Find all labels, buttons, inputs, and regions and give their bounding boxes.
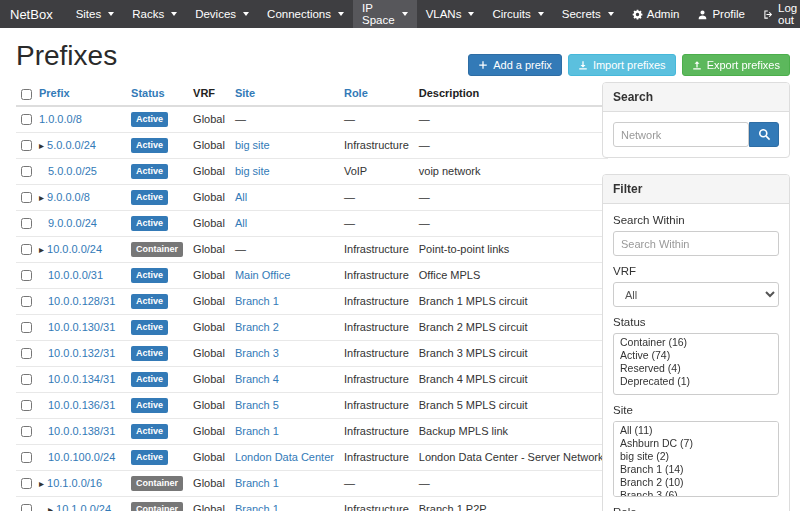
prefix-link[interactable]: 10.0.0.130/31	[48, 321, 115, 333]
nav-item-log-out[interactable]: Log out	[754, 0, 800, 28]
site-link[interactable]: All	[235, 217, 247, 229]
row-checkbox[interactable]	[21, 400, 32, 411]
site-option[interactable]: Branch 3 (6)	[614, 489, 778, 497]
site-listbox[interactable]: All (11)Ashburn DC (7)big site (2)Branch…	[613, 421, 779, 497]
import-icon	[578, 60, 588, 70]
expand-arrow-icon: ▸	[39, 192, 44, 203]
prefix-link[interactable]: 10.0.0.134/31	[48, 373, 115, 385]
nav-item-circuits[interactable]: Circuits	[483, 0, 552, 28]
site-link[interactable]: Branch 4	[235, 373, 279, 385]
row-checkbox[interactable]	[21, 244, 32, 255]
nav-item-connections[interactable]: Connections	[258, 0, 353, 28]
site-option[interactable]: Ashburn DC (7)	[614, 437, 778, 450]
export-prefixes-button[interactable]: Export prefixes	[682, 54, 790, 76]
search-within-input[interactable]	[613, 231, 779, 256]
import-prefixes-button[interactable]: Import prefixes	[568, 54, 676, 76]
nav-item-vlans[interactable]: VLANs	[417, 0, 484, 28]
prefix-link[interactable]: 10.0.0.128/31	[48, 295, 115, 307]
row-checkbox[interactable]	[21, 452, 32, 463]
role-cell: Infrastructure	[339, 314, 414, 340]
row-checkbox[interactable]	[21, 166, 32, 177]
prefix-link[interactable]: 10.1.0.0/24	[56, 503, 111, 511]
status-option[interactable]: Container (16)	[614, 336, 778, 349]
row-checkbox[interactable]	[21, 140, 32, 151]
row-checkbox[interactable]	[21, 504, 32, 511]
column-header-status[interactable]: Status	[126, 82, 188, 106]
nav-item-profile[interactable]: Profile	[688, 0, 754, 28]
row-checkbox[interactable]	[21, 218, 32, 229]
search-within-label: Search Within	[613, 214, 779, 226]
nav-item-racks[interactable]: Racks	[123, 0, 186, 28]
row-checkbox[interactable]	[21, 322, 32, 333]
select-all-checkbox[interactable]	[21, 89, 32, 100]
row-checkbox[interactable]	[21, 374, 32, 385]
logout-icon	[763, 9, 774, 20]
add-a-prefix-button[interactable]: Add a prefix	[468, 54, 562, 76]
site-link[interactable]: Branch 3	[235, 347, 279, 359]
role-cell: Infrastructure	[339, 132, 414, 158]
description-cell: Branch 5 MPLS circuit	[414, 392, 609, 418]
row-checkbox[interactable]	[21, 478, 32, 489]
site-link[interactable]: Main Office	[235, 269, 290, 281]
chevron-down-icon	[338, 12, 344, 16]
prefix-link[interactable]: 9.0.0.0/8	[47, 191, 90, 203]
site-link[interactable]: All	[235, 191, 247, 203]
table-row: ▸10.1.0.0/16ContainerGlobalBranch 1——	[16, 470, 608, 496]
table-row: 10.0.0.130/31ActiveGlobalBranch 2Infrast…	[16, 314, 608, 340]
column-header-site[interactable]: Site	[230, 82, 339, 106]
row-checkbox[interactable]	[21, 192, 32, 203]
nav-item-secrets[interactable]: Secrets	[553, 0, 623, 28]
prefix-link[interactable]: 10.0.0.0/24	[47, 243, 102, 255]
site-link[interactable]: London Data Center	[235, 451, 334, 463]
site-link[interactable]: Branch 1	[235, 503, 279, 511]
site-link[interactable]: Branch 5	[235, 399, 279, 411]
site-link[interactable]: big site	[235, 139, 270, 151]
brand[interactable]: NetBox	[0, 0, 67, 28]
site-link[interactable]: big site	[235, 165, 270, 177]
search-button[interactable]	[749, 122, 779, 147]
status-option[interactable]: Active (74)	[614, 349, 778, 362]
prefix-link[interactable]: 10.0.0.138/31	[48, 425, 115, 437]
row-checkbox[interactable]	[21, 114, 32, 125]
vrf-cell: Global	[188, 496, 230, 511]
table-row: 10.0.0.138/31ActiveGlobalBranch 1Infrast…	[16, 418, 608, 444]
column-header-role[interactable]: Role	[339, 82, 414, 106]
prefix-link[interactable]: 5.0.0.0/24	[47, 139, 96, 151]
status-listbox[interactable]: Container (16)Active (74)Reserved (4)Dep…	[613, 333, 779, 395]
prefix-link[interactable]: 10.0.0.0/31	[48, 269, 103, 281]
prefix-link[interactable]: 10.0.0.132/31	[48, 347, 115, 359]
row-checkbox[interactable]	[21, 348, 32, 359]
site-link[interactable]: Branch 2	[235, 321, 279, 333]
role-cell: Infrastructure	[339, 236, 414, 262]
nav-item-sites[interactable]: Sites	[67, 0, 124, 28]
column-header-prefix[interactable]: Prefix	[34, 82, 126, 106]
table-row: 10.0.0.132/31ActiveGlobalBranch 3Infrast…	[16, 340, 608, 366]
row-checkbox[interactable]	[21, 296, 32, 307]
site-option[interactable]: big site (2)	[614, 450, 778, 463]
prefix-link[interactable]: 10.0.0.136/31	[48, 399, 115, 411]
sidebar-search-input[interactable]	[613, 122, 749, 147]
site-link[interactable]: Branch 1	[235, 295, 279, 307]
prefix-link[interactable]: 1.0.0.0/8	[39, 113, 82, 125]
nav-item-devices[interactable]: Devices	[186, 0, 258, 28]
vrf-select[interactable]: All	[613, 282, 779, 307]
site-link[interactable]: Branch 1	[235, 477, 279, 489]
site-option[interactable]: Branch 2 (10)	[614, 476, 778, 489]
site-option[interactable]: All (11)	[614, 424, 778, 437]
status-option[interactable]: Reserved (4)	[614, 362, 778, 375]
site-option[interactable]: Branch 1 (14)	[614, 463, 778, 476]
row-checkbox[interactable]	[21, 270, 32, 281]
prefix-link[interactable]: 10.1.0.0/16	[47, 477, 102, 489]
status-option[interactable]: Deprecated (1)	[614, 375, 778, 388]
prefix-link[interactable]: 9.0.0.0/24	[48, 217, 97, 229]
row-checkbox[interactable]	[21, 426, 32, 437]
site-link[interactable]: Branch 1	[235, 425, 279, 437]
table-row: 10.0.0.136/31ActiveGlobalBranch 5Infrast…	[16, 392, 608, 418]
role-cell: —	[339, 210, 414, 236]
nav-item-admin[interactable]: Admin	[623, 0, 689, 28]
vrf-label: VRF	[613, 265, 779, 277]
prefix-link[interactable]: 5.0.0.0/25	[48, 165, 97, 177]
prefix-link[interactable]: 10.0.100.0/24	[48, 451, 115, 463]
chevron-down-icon	[243, 12, 249, 16]
nav-item-ip-space[interactable]: IP Space	[353, 0, 417, 28]
